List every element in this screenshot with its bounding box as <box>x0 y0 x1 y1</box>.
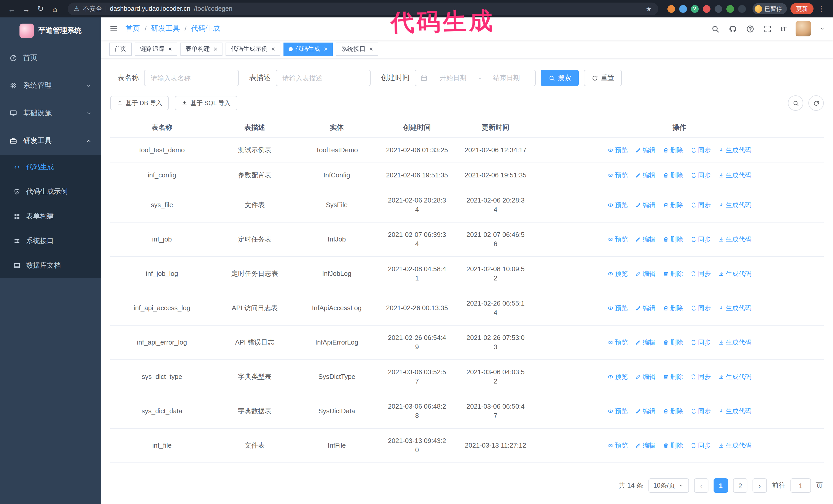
github-icon[interactable] <box>728 24 737 33</box>
edit-link[interactable]: 编辑 <box>635 338 656 347</box>
delete-link[interactable]: 删除 <box>663 372 683 381</box>
edit-link[interactable]: 编辑 <box>635 171 656 180</box>
extension-icon[interactable] <box>667 5 675 13</box>
app-logo[interactable]: 芋道管理系统 <box>0 18 101 44</box>
preview-link[interactable]: 预览 <box>607 441 628 450</box>
preview-link[interactable]: 预览 <box>607 304 628 313</box>
sync-link[interactable]: 同步 <box>690 338 711 347</box>
edit-link[interactable]: 编辑 <box>635 146 656 155</box>
import-db-button[interactable]: 基于 DB 导入 <box>110 96 169 110</box>
font-size-icon[interactable]: tT <box>781 25 787 32</box>
generate-code-link[interactable]: 生成代码 <box>718 146 751 155</box>
collapse-sidebar-icon[interactable] <box>109 24 118 33</box>
forward-button[interactable]: → <box>20 4 33 13</box>
chrome-update-button[interactable]: 更新 <box>790 3 813 14</box>
sync-link[interactable]: 同步 <box>690 200 711 210</box>
edit-link[interactable]: 编辑 <box>635 441 656 450</box>
sync-link[interactable]: 同步 <box>690 372 711 381</box>
preview-link[interactable]: 预览 <box>607 338 628 347</box>
page-button-2[interactable]: 2 <box>733 478 747 493</box>
table-name-input[interactable] <box>144 70 239 86</box>
preview-link[interactable]: 预览 <box>607 200 628 210</box>
sync-link[interactable]: 同步 <box>690 269 711 279</box>
page-button-1[interactable]: 1 <box>714 478 728 493</box>
reload-button[interactable]: ↻ <box>34 4 47 13</box>
tab-5[interactable]: 系统接口× <box>336 42 378 56</box>
tab-3[interactable]: 代码生成示例× <box>225 42 280 56</box>
delete-link[interactable]: 删除 <box>663 200 683 210</box>
chrome-menu-icon[interactable]: ⋮ <box>814 4 828 13</box>
delete-link[interactable]: 删除 <box>663 441 683 450</box>
edit-link[interactable]: 编辑 <box>635 200 656 210</box>
create-time-range-picker[interactable]: 开始日期 - 结束日期 <box>415 70 536 86</box>
sync-link[interactable]: 同步 <box>690 304 711 313</box>
extension-icon[interactable] <box>726 5 734 13</box>
generate-code-link[interactable]: 生成代码 <box>718 372 751 381</box>
delete-link[interactable]: 删除 <box>663 269 683 279</box>
delete-link[interactable]: 删除 <box>663 235 683 244</box>
sync-link[interactable]: 同步 <box>690 235 711 244</box>
chevron-down-icon[interactable] <box>820 26 825 31</box>
breadcrumb-home[interactable]: 首页 <box>125 24 140 33</box>
preview-link[interactable]: 预览 <box>607 372 628 381</box>
sidebar-subitem-api[interactable]: 系统接口 <box>0 229 101 253</box>
sidebar-item-infrastructure[interactable]: 基础设施 <box>0 99 101 127</box>
edit-link[interactable]: 编辑 <box>635 407 656 416</box>
generate-code-link[interactable]: 生成代码 <box>718 235 751 244</box>
home-button[interactable]: ⌂ <box>48 4 62 13</box>
edit-link[interactable]: 编辑 <box>635 372 656 381</box>
sync-link[interactable]: 同步 <box>690 146 711 155</box>
sidebar-subitem-codegen-example[interactable]: 代码生成示例 <box>0 179 101 204</box>
close-tab-icon[interactable]: × <box>168 46 172 52</box>
sync-link[interactable]: 同步 <box>690 171 711 180</box>
tab-2[interactable]: 表单构建× <box>180 42 222 56</box>
preview-link[interactable]: 预览 <box>607 269 628 279</box>
refresh-table-button[interactable] <box>808 95 824 111</box>
profile-paused-badge[interactable]: 已暂停 <box>752 3 787 14</box>
search-button[interactable]: 搜索 <box>541 70 579 86</box>
reset-button[interactable]: 重置 <box>584 70 622 86</box>
page-size-select[interactable]: 10条/页 <box>648 478 689 493</box>
import-sql-button[interactable]: 基于 SQL 导入 <box>175 96 237 110</box>
tab-0[interactable]: 首页 <box>109 42 132 56</box>
delete-link[interactable]: 删除 <box>663 304 683 313</box>
close-tab-icon[interactable]: × <box>324 46 328 52</box>
sync-link[interactable]: 同步 <box>690 441 711 450</box>
sidebar-subitem-codegen[interactable]: 代码生成 <box>0 155 101 179</box>
user-avatar[interactable] <box>795 21 811 37</box>
next-page-button[interactable]: › <box>753 478 767 493</box>
back-button[interactable]: ← <box>5 4 19 13</box>
generate-code-link[interactable]: 生成代码 <box>718 200 751 210</box>
help-icon[interactable] <box>745 24 754 33</box>
extension-icon[interactable] <box>679 5 687 13</box>
url-bar[interactable]: ⚠ 不安全 dashboard.yudao.iocoder.cn /tool/c… <box>68 2 658 15</box>
close-tab-icon[interactable]: × <box>369 46 373 52</box>
generate-code-link[interactable]: 生成代码 <box>718 269 751 279</box>
close-tab-icon[interactable]: × <box>214 46 217 52</box>
generate-code-link[interactable]: 生成代码 <box>718 338 751 347</box>
edit-link[interactable]: 编辑 <box>635 235 656 244</box>
sidebar-item-system-mgmt[interactable]: 系统管理 <box>0 72 101 99</box>
extension-icon[interactable] <box>703 5 710 13</box>
delete-link[interactable]: 删除 <box>663 146 683 155</box>
generate-code-link[interactable]: 生成代码 <box>718 171 751 180</box>
sidebar-subitem-db-doc[interactable]: 数据库文档 <box>0 253 101 278</box>
bookmark-star-icon[interactable]: ★ <box>646 5 652 13</box>
generate-code-link[interactable]: 生成代码 <box>718 407 751 416</box>
delete-link[interactable]: 删除 <box>663 171 683 180</box>
search-icon[interactable] <box>711 24 719 33</box>
goto-page-input[interactable] <box>790 478 811 493</box>
delete-link[interactable]: 删除 <box>663 338 683 347</box>
close-tab-icon[interactable]: × <box>271 46 275 52</box>
generate-code-link[interactable]: 生成代码 <box>718 304 751 313</box>
tab-1[interactable]: 链路追踪× <box>135 42 177 56</box>
toggle-search-button[interactable] <box>788 95 803 111</box>
sync-link[interactable]: 同步 <box>690 407 711 416</box>
delete-link[interactable]: 删除 <box>663 407 683 416</box>
table-desc-input[interactable] <box>276 70 371 86</box>
prev-page-button[interactable]: ‹ <box>694 478 709 493</box>
extension-icon[interactable] <box>738 5 745 13</box>
preview-link[interactable]: 预览 <box>607 171 628 180</box>
preview-link[interactable]: 预览 <box>607 235 628 244</box>
sidebar-subitem-form-builder[interactable]: 表单构建 <box>0 204 101 229</box>
